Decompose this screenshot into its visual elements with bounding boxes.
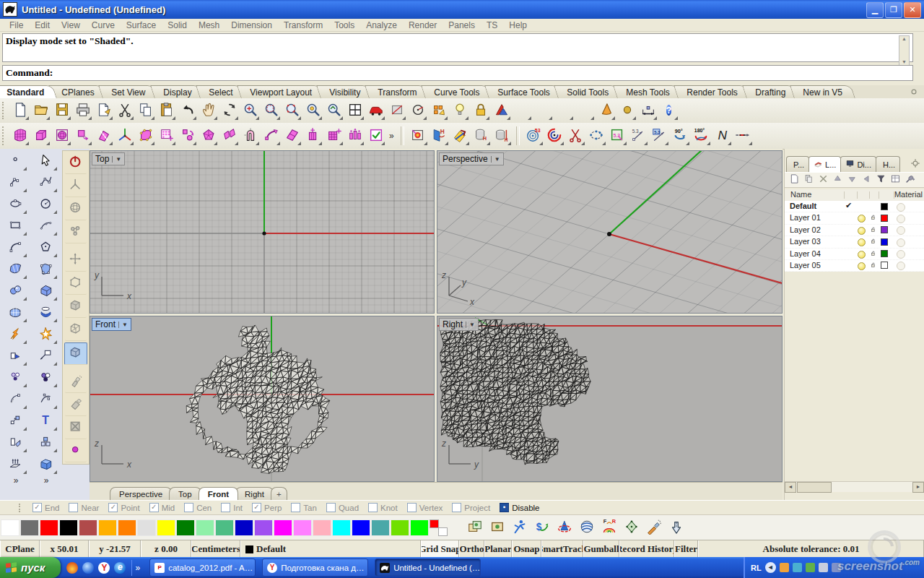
palette-color-swatch[interactable]: [371, 519, 390, 536]
status-osnap[interactable]: Osnap: [512, 540, 541, 558]
layer-material-icon[interactable]: [897, 250, 905, 259]
layer-lock-icon[interactable]: [870, 238, 877, 246]
osnap-project[interactable]: Project: [452, 503, 490, 512]
point-set-button[interactable]: [4, 368, 27, 388]
hatch-button[interactable]: [386, 100, 407, 121]
text-button[interactable]: T: [35, 411, 58, 431]
rotate-90-button[interactable]: 90°: [670, 125, 691, 147]
layer-visibility-bulb-icon[interactable]: [858, 262, 866, 270]
help-button[interactable]: ?: [658, 100, 679, 121]
yandex-quicklaunch-icon[interactable]: Y: [98, 562, 110, 574]
menu-analyze[interactable]: Analyze: [361, 20, 402, 31]
menu-render[interactable]: Render: [404, 20, 442, 31]
toolbar-tab-transform[interactable]: Transform: [365, 85, 430, 98]
layer-color-swatch[interactable]: [881, 226, 888, 233]
viewport-page-tab-front[interactable]: Front: [199, 487, 238, 500]
osnap-vertex[interactable]: Vertex: [407, 503, 443, 512]
open-file-button[interactable]: [30, 100, 51, 121]
wavy-sphere-button[interactable]: [579, 519, 595, 537]
osnap-near-checkbox[interactable]: [69, 503, 78, 512]
viewport-right[interactable]: zyRight▼: [437, 316, 783, 482]
osnap-point[interactable]: ✓Point: [108, 503, 139, 512]
viewport-right-title[interactable]: Right▼: [439, 318, 479, 331]
ie-quicklaunch-icon[interactable]: e: [114, 562, 126, 574]
flame-quicklaunch-icon[interactable]: [66, 562, 78, 574]
palette-color-swatch[interactable]: [215, 519, 234, 536]
palette-color-swatch[interactable]: [118, 519, 136, 536]
layer-material-icon[interactable]: [897, 203, 905, 212]
new-file-button[interactable]: [9, 100, 30, 121]
car-button[interactable]: [365, 100, 386, 121]
cube-solid-button[interactable]: [65, 296, 87, 318]
layer-material-icon[interactable]: [897, 262, 905, 270]
menu-edit[interactable]: Edit: [30, 20, 55, 31]
filter-button[interactable]: [876, 173, 886, 186]
layer-lock-icon[interactable]: [870, 226, 877, 235]
tray-icon-5[interactable]: [832, 563, 841, 572]
osnap-quad[interactable]: Quad: [326, 503, 359, 512]
status-absolute-tolerance-0-01[interactable]: Absolute tolerance: 0.01: [698, 540, 924, 558]
palette-color-swatch[interactable]: [235, 519, 253, 536]
mesh-sphere-box-button[interactable]: [51, 125, 72, 147]
currency-curve-button[interactable]: $: [534, 519, 550, 537]
globe-button[interactable]: [65, 199, 87, 220]
layer-color-swatch[interactable]: [881, 215, 888, 222]
circle-radius-button[interactable]: [407, 100, 428, 121]
control-curve-button[interactable]: [4, 173, 27, 193]
palette-color-swatch[interactable]: [313, 519, 331, 536]
palette-color-swatch[interactable]: [391, 519, 409, 536]
osnap-mid[interactable]: ✓Mid: [149, 503, 175, 512]
layer-material-icon[interactable]: [897, 215, 905, 223]
tabrow-gear-icon[interactable]: [909, 87, 920, 98]
taskbar-task-catalog-2012[interactable]: Pcatalog_2012.pdf - A…: [149, 558, 256, 577]
panel-horizontal-scrollbar[interactable]: ◄►: [785, 481, 924, 492]
tray-collapse-chevron[interactable]: ◄: [765, 562, 776, 573]
mesh-surface-button[interactable]: [4, 303, 27, 323]
palette-color-swatch[interactable]: [40, 519, 58, 536]
no-key-button[interactable]: [65, 418, 87, 439]
palette-color-swatch[interactable]: [352, 519, 370, 536]
move-arrows-button[interactable]: [65, 250, 87, 272]
palette-color-swatch[interactable]: [79, 519, 97, 536]
cone-button[interactable]: [596, 100, 616, 121]
menu-ts[interactable]: TS: [481, 20, 502, 31]
runner-button[interactable]: [512, 519, 528, 537]
menu-mesh[interactable]: Mesh: [193, 20, 225, 31]
gear-options-button[interactable]: [616, 100, 637, 121]
point-grid-button[interactable]: [428, 100, 449, 121]
zoom-extents-button[interactable]: [282, 100, 302, 121]
tripod-axes-button[interactable]: [65, 176, 87, 197]
viewport-top-title[interactable]: Top▼: [92, 152, 125, 165]
mesh-columns-button[interactable]: [344, 125, 365, 147]
palette-color-swatch[interactable]: [293, 519, 312, 536]
status-record-history[interactable]: Record History: [619, 540, 674, 558]
blue-cube-button[interactable]: [35, 454, 58, 475]
start-button[interactable]: пуск: [0, 557, 61, 578]
toolbar-tab-standard[interactable]: Standard: [0, 85, 57, 98]
ellipse-button[interactable]: [4, 194, 27, 215]
panel-tab-layers[interactable]: L...: [808, 156, 841, 172]
status-y-21-57[interactable]: y -21.57: [89, 540, 141, 558]
toolbar-tab-curve-tools[interactable]: Curve Tools: [422, 85, 493, 98]
status-gumball[interactable]: Gumball: [583, 540, 619, 558]
move-up-button[interactable]: [832, 173, 843, 186]
osnap-project-checkbox[interactable]: [452, 503, 461, 512]
status-centimeters[interactable]: Centimeters: [191, 540, 240, 558]
palette-split-swatch[interactable]: [430, 519, 448, 536]
paste-button[interactable]: [156, 100, 177, 121]
mesh-web-button[interactable]: [198, 125, 219, 147]
osnap-knot[interactable]: Knot: [368, 503, 398, 512]
move-left-button[interactable]: [861, 173, 872, 186]
mesh-grid-plus-button[interactable]: [323, 125, 344, 147]
pan-view-button[interactable]: [198, 100, 219, 121]
zoom-dynamic-button[interactable]: [240, 100, 261, 121]
toolbar-tab-mesh-tools[interactable]: Mesh Tools: [613, 85, 682, 98]
viewport-page-tab-perspective[interactable]: Perspective: [110, 487, 172, 500]
viewport-layout-button[interactable]: [344, 100, 365, 121]
mesh-extract-button[interactable]: [72, 125, 93, 147]
render-shield-button[interactable]: [491, 100, 512, 121]
molecule-button[interactable]: [65, 222, 87, 243]
menu-transform[interactable]: Transform: [279, 20, 328, 31]
osnap-int-checkbox[interactable]: [221, 503, 230, 512]
arrow-outline-button[interactable]: [668, 519, 684, 537]
